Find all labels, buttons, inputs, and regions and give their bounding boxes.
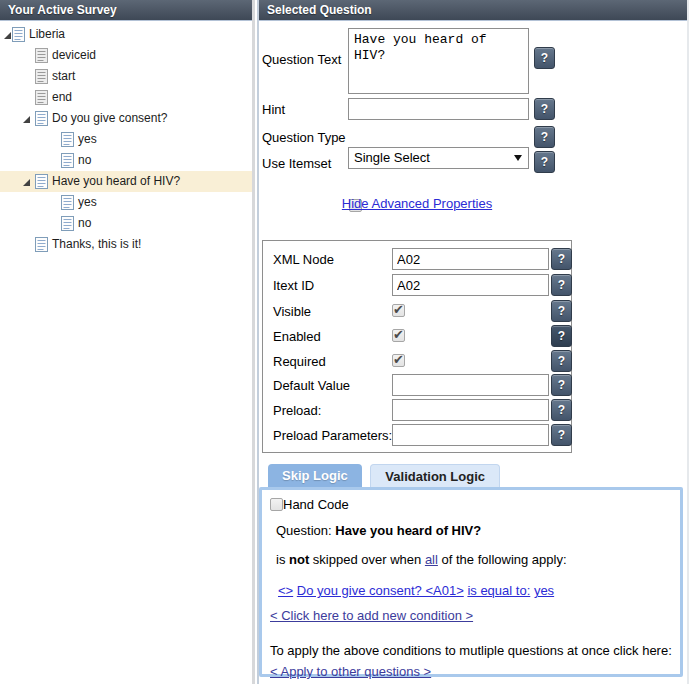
condition-question-link[interactable]: Do you give consent? <A01> bbox=[297, 583, 464, 598]
visible-label: Visible bbox=[273, 304, 311, 319]
hint-input[interactable] bbox=[348, 98, 529, 120]
enabled-label: Enabled bbox=[273, 329, 321, 344]
help-button-visible[interactable]: ? bbox=[551, 300, 572, 322]
tree-item-hiv-no[interactable]: no bbox=[0, 213, 252, 234]
question-type-value: Single Select bbox=[354, 150, 430, 165]
rule-post: of the following apply: bbox=[442, 552, 567, 567]
condition-operator-link[interactable]: is equal to: bbox=[467, 583, 530, 598]
document-icon bbox=[12, 27, 25, 42]
skip-question-line: Question: Have you heard of HIV? bbox=[276, 523, 672, 539]
all-any-link[interactable]: all bbox=[425, 552, 438, 567]
hand-code-row: Hand Code bbox=[270, 497, 672, 513]
skip-logic-panel: Hand Code Question: Have you heard of HI… bbox=[259, 487, 683, 677]
selected-question-panel: Selected Question Question Text Have you… bbox=[257, 0, 689, 684]
tree-item-label: yes bbox=[78, 132, 97, 146]
use-itemset-label: Use Itemset bbox=[262, 156, 331, 171]
hand-code-checkbox[interactable] bbox=[270, 498, 283, 511]
help-button-itext-id[interactable]: ? bbox=[551, 274, 572, 296]
document-icon bbox=[61, 195, 74, 210]
tree-item-label: no bbox=[78, 153, 91, 167]
help-button-preload-parameters[interactable]: ? bbox=[551, 424, 572, 446]
hint-label: Hint bbox=[262, 102, 285, 117]
document-icon bbox=[35, 48, 48, 63]
tree-item-consent[interactable]: Do you give consent? bbox=[0, 108, 252, 129]
add-condition-row: < Click here to add new condition > bbox=[270, 608, 672, 624]
advanced-properties-table: XML Node ? Itext ID ? Visible ? Enabled … bbox=[262, 240, 572, 453]
help-button-hint[interactable]: ? bbox=[534, 98, 555, 120]
add-condition-link[interactable]: < Click here to add new condition > bbox=[270, 608, 473, 623]
required-checkbox[interactable] bbox=[392, 354, 405, 367]
help-button-use-itemset[interactable]: ? bbox=[534, 151, 555, 173]
left-panel-header: Your Active Survey bbox=[0, 0, 252, 21]
preload-parameters-input[interactable] bbox=[392, 424, 549, 446]
document-icon bbox=[61, 216, 74, 231]
expander-icon[interactable] bbox=[4, 32, 11, 39]
help-button-xml-node[interactable]: ? bbox=[551, 248, 572, 270]
default-value-input[interactable] bbox=[392, 374, 549, 396]
tree-item-label: yes bbox=[78, 195, 97, 209]
question-type-select[interactable]: Single Select bbox=[348, 147, 529, 169]
logic-tabs: Skip Logic Validation Logic bbox=[268, 464, 500, 487]
tree-item-label: no bbox=[78, 216, 91, 230]
help-button-default-value[interactable]: ? bbox=[551, 374, 572, 396]
tab-skip-logic[interactable]: Skip Logic bbox=[268, 464, 362, 487]
document-icon bbox=[35, 174, 48, 189]
help-button-required[interactable]: ? bbox=[551, 350, 572, 372]
survey-tree: Liberia deviceid start end Do you give c… bbox=[0, 21, 252, 255]
help-button-question-type[interactable]: ? bbox=[534, 126, 555, 148]
tree-item-end[interactable]: end bbox=[0, 87, 252, 108]
apply-text-line: To apply the above conditions to mutlipl… bbox=[270, 643, 672, 659]
required-label: Required bbox=[273, 354, 326, 369]
condition-value-link[interactable]: yes bbox=[534, 583, 554, 598]
rule-pre: is bbox=[276, 552, 285, 567]
tree-item-consent-no[interactable]: no bbox=[0, 150, 252, 171]
right-panel-header: Selected Question bbox=[259, 0, 687, 21]
rule-mid: skipped over when bbox=[313, 552, 421, 567]
apply-text: To apply the above conditions to mutlipl… bbox=[270, 643, 672, 658]
question-text-input[interactable]: Have you heard of HIV? bbox=[348, 28, 529, 94]
hide-advanced-properties-link[interactable]: Hide Advanced Properties bbox=[342, 196, 492, 211]
hand-code-label: Hand Code bbox=[283, 497, 349, 512]
tree-item-label: Have you heard of HIV? bbox=[52, 174, 180, 188]
enabled-checkbox[interactable] bbox=[392, 329, 405, 342]
tab-validation-logic[interactable]: Validation Logic bbox=[370, 464, 500, 487]
preload-input[interactable] bbox=[392, 399, 549, 421]
itext-id-input[interactable] bbox=[392, 274, 549, 296]
document-icon bbox=[61, 153, 74, 168]
document-icon bbox=[35, 111, 48, 126]
tree-item-thanks[interactable]: Thanks, this is it! bbox=[0, 234, 252, 255]
tree-item-deviceid[interactable]: deviceid bbox=[0, 45, 252, 66]
document-icon bbox=[35, 69, 48, 84]
property-row-enabled: Enabled ? bbox=[263, 325, 571, 350]
tree-item-liberia[interactable]: Liberia bbox=[0, 24, 252, 45]
help-button-question-text[interactable]: ? bbox=[534, 47, 555, 69]
left-panel-title: Your Active Survey bbox=[8, 3, 117, 17]
question-prefix: Question: bbox=[276, 523, 332, 538]
question-text-label: Question Text bbox=[262, 52, 341, 67]
expander-icon[interactable] bbox=[23, 179, 30, 186]
property-row-visible: Visible ? bbox=[263, 300, 571, 325]
condition-row: <> Do you give consent? <A01> is equal t… bbox=[278, 583, 672, 599]
question-name: Have you heard of HIV? bbox=[335, 523, 481, 538]
tree-item-hiv[interactable]: Have you heard of HIV? bbox=[0, 171, 252, 192]
tree-item-label: Do you give consent? bbox=[52, 111, 167, 125]
tree-item-label: end bbox=[52, 90, 72, 104]
xml-node-input[interactable] bbox=[392, 248, 549, 270]
property-row-default-value: Default Value ? bbox=[263, 374, 571, 399]
condition-remove-link[interactable]: <> bbox=[278, 583, 293, 598]
default-value-label: Default Value bbox=[273, 378, 350, 393]
tree-item-label: Thanks, this is it! bbox=[52, 237, 141, 251]
itext-id-label: Itext ID bbox=[273, 278, 314, 293]
tree-item-label: deviceid bbox=[52, 48, 96, 62]
help-button-enabled[interactable]: ? bbox=[551, 325, 572, 347]
question-type-label: Question Type bbox=[262, 130, 346, 145]
tree-item-start[interactable]: start bbox=[0, 66, 252, 87]
apply-to-other-questions-link[interactable]: < Apply to other questions > bbox=[270, 664, 431, 679]
xml-node-label: XML Node bbox=[273, 252, 334, 267]
expander-icon[interactable] bbox=[23, 116, 30, 123]
tree-item-consent-yes[interactable]: yes bbox=[0, 129, 252, 150]
visible-checkbox[interactable] bbox=[392, 304, 405, 317]
tree-item-hiv-yes[interactable]: yes bbox=[0, 192, 252, 213]
help-button-preload[interactable]: ? bbox=[551, 399, 572, 421]
preload-label: Preload: bbox=[273, 403, 321, 418]
